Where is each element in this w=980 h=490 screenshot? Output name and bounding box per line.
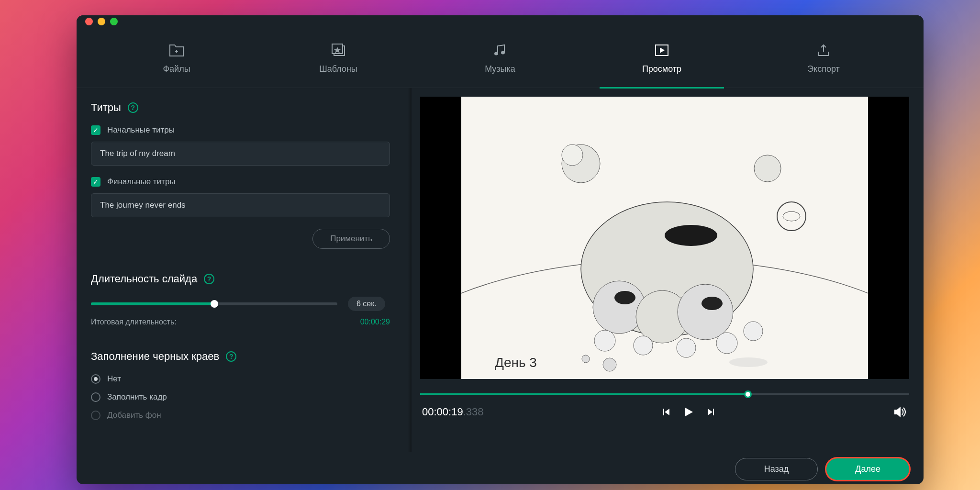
closing-titles-label: Финальные титры xyxy=(107,177,176,187)
closing-titles-input[interactable] xyxy=(91,193,390,217)
window-minimize-button[interactable] xyxy=(98,18,105,25)
opening-titles-row[interactable]: ✓ Начальные титры xyxy=(91,125,397,135)
play-button[interactable] xyxy=(683,406,694,418)
total-duration-label: Итоговая длительность: xyxy=(91,318,177,326)
files-icon xyxy=(168,42,185,58)
tab-files[interactable]: Файлы xyxy=(134,42,220,83)
svg-point-22 xyxy=(702,297,723,310)
fill-frame-row[interactable]: Заполнить кадр xyxy=(91,392,397,402)
player-controls: 00:00:19.338 xyxy=(420,406,909,418)
fill-header: Заполнение черных краев ? xyxy=(91,350,397,363)
fill-frame-label: Заполнить кадр xyxy=(107,392,167,402)
svg-marker-34 xyxy=(685,408,693,416)
preview-icon xyxy=(654,42,670,58)
templates-icon xyxy=(330,42,346,58)
tab-music-label: Музыка xyxy=(485,64,515,74)
fill-frame-radio[interactable] xyxy=(91,392,100,402)
duration-header-text: Длительность слайда xyxy=(91,273,197,285)
tab-export-label: Экспорт xyxy=(807,64,840,74)
svg-rect-33 xyxy=(663,409,664,415)
tab-preview[interactable]: Просмотр xyxy=(619,42,705,83)
svg-point-19 xyxy=(614,291,635,304)
tab-preview-label: Просмотр xyxy=(642,64,681,74)
content-area: Титры ? ✓ Начальные титры ✓ Финальные ти… xyxy=(77,88,924,452)
app-window: Файлы Шаблоны Музыка Просмотр Экспорт xyxy=(77,15,924,484)
duration-value: 6 сек. xyxy=(348,297,385,311)
svg-point-27 xyxy=(744,322,763,341)
svg-point-6 xyxy=(501,52,504,54)
svg-marker-35 xyxy=(708,409,713,415)
slider-fill xyxy=(91,302,214,305)
fill-none-label: Нет xyxy=(107,374,121,384)
total-duration-value: 00:00:29 xyxy=(360,318,390,326)
titles-header-text: Титры xyxy=(91,101,121,114)
svg-point-23 xyxy=(594,330,615,351)
footer-bar: Назад Далее xyxy=(77,454,924,484)
preview-sketch: День 3 xyxy=(461,97,868,379)
titlebar xyxy=(77,15,924,28)
fill-none-row[interactable]: Нет xyxy=(91,374,397,384)
opening-titles-label: Начальные титры xyxy=(107,125,175,135)
next-frame-button[interactable] xyxy=(705,407,714,417)
titles-header: Титры ? xyxy=(91,101,397,114)
duration-header: Длительность слайда ? xyxy=(91,273,397,285)
apply-button[interactable]: Применить xyxy=(312,229,390,249)
fill-bg-label: Добавить фон xyxy=(107,411,161,420)
svg-point-5 xyxy=(495,53,498,55)
fill-bg-row[interactable]: Добавить фон xyxy=(91,411,397,420)
left-panel: Титры ? ✓ Начальные титры ✓ Финальные ти… xyxy=(77,88,412,452)
tab-templates[interactable]: Шаблоны xyxy=(295,42,381,83)
help-icon[interactable]: ? xyxy=(128,102,138,113)
svg-point-29 xyxy=(582,355,590,363)
fill-bg-radio[interactable] xyxy=(91,411,100,420)
video-preview: День 3 xyxy=(420,97,909,379)
right-panel: День 3 00:00:19.338 xyxy=(412,88,924,452)
fill-none-radio[interactable] xyxy=(91,374,100,384)
main-tabs: Файлы Шаблоны Музыка Просмотр Экспорт xyxy=(77,28,924,88)
volume-button[interactable] xyxy=(894,406,907,418)
preview-image: День 3 xyxy=(461,97,868,379)
tab-music[interactable]: Музыка xyxy=(457,42,543,83)
svg-marker-37 xyxy=(895,408,900,416)
svg-point-13 xyxy=(754,155,781,182)
svg-point-28 xyxy=(603,358,616,371)
back-button[interactable]: Назад xyxy=(735,458,818,480)
svg-rect-36 xyxy=(713,409,714,415)
closing-titles-checkbox[interactable]: ✓ xyxy=(91,177,100,187)
slider-thumb[interactable] xyxy=(211,300,218,308)
svg-marker-32 xyxy=(665,409,669,415)
help-icon[interactable]: ? xyxy=(204,274,214,284)
next-button[interactable]: Далее xyxy=(826,458,909,480)
tab-export[interactable]: Экспорт xyxy=(780,42,867,83)
progress-fill xyxy=(420,393,748,395)
svg-point-17 xyxy=(665,225,717,246)
svg-point-30 xyxy=(729,357,768,367)
prev-frame-button[interactable] xyxy=(663,407,672,417)
closing-titles-row[interactable]: ✓ Финальные титры xyxy=(91,177,397,187)
svg-point-26 xyxy=(716,333,737,354)
window-close-button[interactable] xyxy=(85,18,93,25)
tab-templates-label: Шаблоны xyxy=(319,64,357,74)
window-fullscreen-button[interactable] xyxy=(110,18,118,25)
music-icon xyxy=(492,42,508,58)
progress-bar[interactable] xyxy=(420,393,909,395)
fill-header-text: Заполнение черных краев xyxy=(91,350,219,363)
tab-files-label: Файлы xyxy=(163,64,190,74)
svg-marker-8 xyxy=(660,48,664,52)
opening-titles-input[interactable] xyxy=(91,142,390,166)
progress-thumb[interactable] xyxy=(744,390,752,398)
opening-titles-checkbox[interactable]: ✓ xyxy=(91,125,100,135)
export-icon xyxy=(815,42,832,58)
svg-point-25 xyxy=(677,338,696,357)
help-icon[interactable]: ? xyxy=(226,351,236,362)
svg-point-24 xyxy=(634,336,653,355)
timecode: 00:00:19.338 xyxy=(422,406,483,418)
svg-point-21 xyxy=(678,284,733,340)
duration-slider[interactable] xyxy=(91,302,337,305)
svg-point-12 xyxy=(562,145,583,166)
svg-text:День 3: День 3 xyxy=(495,355,537,370)
